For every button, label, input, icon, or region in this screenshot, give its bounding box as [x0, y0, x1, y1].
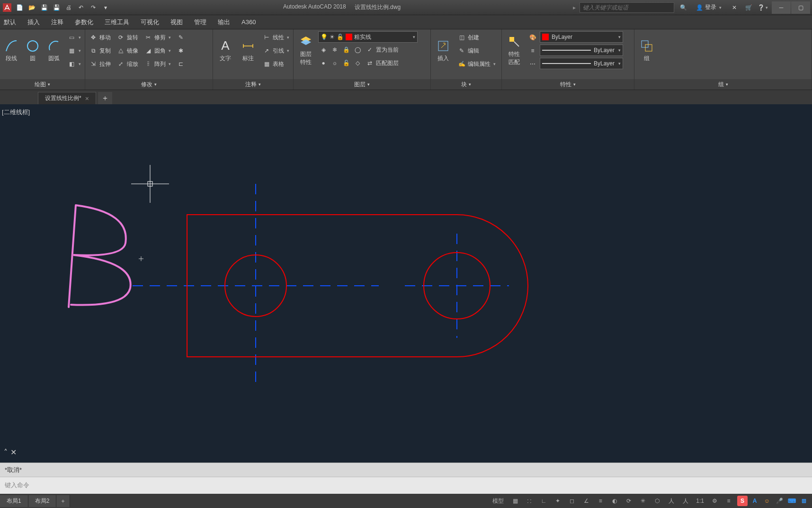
maximize-button[interactable]: ▢	[791, 1, 810, 14]
circle-button[interactable]: 圆	[23, 31, 43, 69]
offset-button[interactable]: ⊏	[175, 58, 187, 70]
ime-grid-icon[interactable]: ⊞	[799, 496, 809, 506]
layer-iso-button[interactable]: ◈	[318, 44, 329, 56]
osnap-icon[interactable]: ◻	[566, 495, 578, 507]
group-button[interactable]: 组	[636, 31, 657, 69]
help-icon[interactable]: ❔▾	[758, 2, 768, 13]
layout-tab-1[interactable]: 布局1	[0, 495, 28, 507]
transparency-icon[interactable]: ◐	[609, 495, 620, 507]
save-icon[interactable]: 💾	[39, 2, 49, 13]
polar-icon[interactable]: ✦	[552, 495, 563, 507]
panel-modify-label[interactable]: 修改	[85, 79, 213, 90]
chevron-up-icon[interactable]: ˄	[4, 448, 8, 457]
tab-insert[interactable]: 插入	[27, 18, 40, 27]
view-style-label[interactable]: [二维线框]	[2, 108, 30, 117]
ime-a-button[interactable]: A	[750, 496, 760, 506]
tab-param[interactable]: 参数化	[75, 18, 93, 27]
layer-thaw-button[interactable]: ☼	[330, 57, 340, 69]
file-tab[interactable]: 设置线性比例* ×	[38, 92, 96, 104]
cycle-icon[interactable]: ⟳	[623, 495, 634, 507]
panel-annotate-label[interactable]: 注释	[213, 79, 293, 90]
ortho-icon[interactable]: ∟	[538, 495, 549, 507]
match-props-button[interactable]: 特性 匹配	[504, 31, 525, 69]
new-icon[interactable]: 📄	[14, 2, 25, 13]
drawing-canvas[interactable]: [二维线框] ˄✕	[0, 104, 812, 463]
saveas-icon[interactable]: 💾	[51, 2, 62, 13]
cart-icon[interactable]: 🛒	[743, 2, 754, 13]
plot-icon[interactable]: 🖨	[63, 2, 74, 13]
layer-uniso-button[interactable]: ◇	[352, 57, 363, 69]
qat-dropdown-icon[interactable]: ▾	[100, 2, 111, 13]
ime-face-icon[interactable]: ☺	[762, 496, 772, 506]
mirror-button[interactable]: ⧋镜像	[115, 45, 140, 57]
ime-s-button[interactable]: S	[737, 496, 748, 506]
move-button[interactable]: ✥移动	[87, 31, 113, 44]
explode-button[interactable]: ✱	[175, 45, 187, 57]
layer-lock-button[interactable]: 🔒	[341, 44, 351, 56]
rotate-button[interactable]: ⟳旋转	[115, 31, 140, 44]
linetype-dropdown[interactable]: ByLayer ▾	[540, 58, 623, 69]
search-caret-icon[interactable]: ▸	[573, 4, 576, 11]
ime-kbd-icon[interactable]: ⌨	[786, 496, 797, 506]
open-icon[interactable]: 📂	[27, 2, 37, 13]
customize-icon[interactable]: ≡	[723, 495, 734, 507]
copy-button[interactable]: ⧉复制	[87, 45, 113, 57]
tab-3dtools[interactable]: 三维工具	[105, 18, 129, 27]
lineweight-dropdown[interactable]: ByLayer ▾	[540, 45, 623, 56]
layer-freeze-button[interactable]: ❄	[330, 44, 340, 56]
model-button[interactable]: 模型	[490, 495, 507, 507]
scale-button[interactable]: ⤢缩放	[115, 58, 140, 70]
line-button[interactable]: 段线	[2, 31, 21, 69]
rect-button[interactable]: ▭▾	[65, 31, 83, 44]
tab-output[interactable]: 输出	[218, 18, 230, 27]
ime-mic-icon[interactable]: 🎤	[774, 496, 785, 506]
lweight-icon[interactable]: ≡	[595, 495, 606, 507]
exchange-icon[interactable]: ✕	[729, 2, 740, 13]
panel-draw-label[interactable]: 绘图	[0, 79, 85, 90]
anno-vis-icon[interactable]: 人	[666, 495, 677, 507]
new-tab-button[interactable]: ＋	[98, 92, 112, 104]
panel-group-label[interactable]: 组	[634, 79, 812, 90]
edit-block-button[interactable]: ✎编辑	[455, 45, 498, 57]
text-button[interactable]: A 文字	[215, 31, 236, 69]
linetype-list-button[interactable]: ⋯	[527, 58, 538, 70]
create-block-button[interactable]: ◫创建	[455, 31, 498, 44]
layer-unlock-button[interactable]: 🔓	[341, 57, 351, 69]
tab-a360[interactable]: A360	[241, 18, 256, 26]
layer-props-button[interactable]: 图层 特性	[295, 31, 316, 69]
layer-off-button[interactable]: ◯	[352, 44, 363, 56]
close-icon[interactable]: ✕	[10, 448, 17, 457]
dim-button[interactable]: 标注	[238, 31, 259, 69]
tab-annotate[interactable]: 注释	[51, 18, 63, 27]
set-current-button[interactable]: ✓置为当前	[364, 44, 401, 56]
edit-attr-button[interactable]: ✍编辑属性▾	[455, 58, 498, 70]
stretch-button[interactable]: ⇲拉伸	[87, 58, 113, 70]
tab-manage[interactable]: 管理	[194, 18, 206, 27]
color-dropdown[interactable]: ByLayer ▾	[540, 31, 623, 43]
minimize-button[interactable]: ─	[772, 1, 791, 14]
array-button[interactable]: ⦙⦙阵列▾	[142, 58, 173, 70]
panel-block-label[interactable]: 块	[431, 79, 501, 90]
command-line[interactable]: 键入命令	[0, 477, 812, 494]
hatch-button[interactable]: ▦▾	[65, 45, 83, 57]
panel-layers-label[interactable]: 图层	[294, 79, 430, 90]
workspace-icon[interactable]: ⚙	[709, 495, 720, 507]
arc-button[interactable]: 圆弧	[44, 31, 63, 69]
tab-view[interactable]: 视图	[170, 18, 183, 27]
redo-icon[interactable]: ↷	[88, 2, 98, 13]
match-layer-button[interactable]: ⇄匹配图层	[364, 57, 401, 69]
table-button[interactable]: ▦表格	[260, 58, 291, 70]
search-input[interactable]	[580, 2, 674, 13]
tab-default[interactable]: 默认	[4, 18, 16, 27]
app-menu-button[interactable]	[2, 2, 12, 13]
fillet-button[interactable]: ◢圆角▾	[142, 45, 173, 57]
insert-block-button[interactable]: 插入	[433, 31, 454, 69]
layer-dropdown[interactable]: 💡 ☀ 🔓 粗实线 ▾	[318, 31, 418, 43]
layer-on-button[interactable]: ●	[318, 57, 329, 69]
anno-auto-icon[interactable]: 人	[680, 495, 691, 507]
undo-icon[interactable]: ↶	[76, 2, 86, 13]
leader-button[interactable]: ↗引线▾	[260, 45, 291, 57]
lineweight-list-button[interactable]: ≡	[527, 45, 538, 57]
signin-button[interactable]: 👤 登录 ▾	[692, 2, 725, 12]
anno-scale[interactable]: 1:1	[694, 495, 706, 507]
